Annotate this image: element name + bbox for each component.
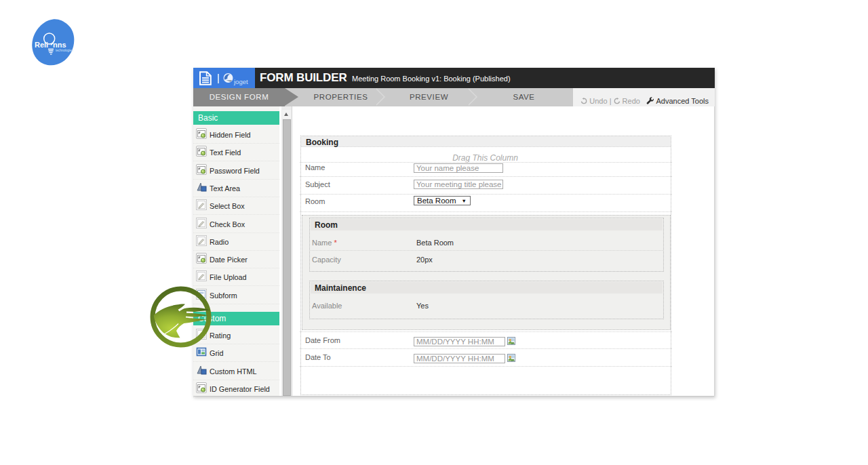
svg-text:joget: joget (233, 78, 248, 85)
svg-text:Reli: Reli (35, 41, 48, 49)
svg-text:nns: nns (53, 41, 66, 49)
svg-text:technologies: technologies (56, 49, 73, 52)
